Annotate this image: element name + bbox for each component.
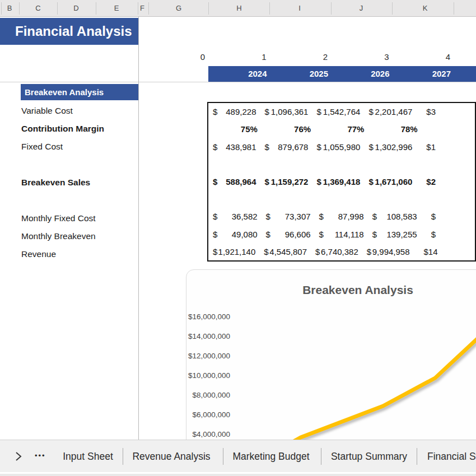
currency-symbol: $ [414, 247, 428, 256]
tab-startup-summary[interactable]: Startup Summary [331, 440, 407, 473]
sidebar-item-monthly-fixed-cost[interactable]: Monthly Fixed Cost [21, 212, 96, 225]
currency-symbol: $ [312, 177, 321, 186]
column-divider [454, 2, 454, 15]
table-cell[interactable] [422, 120, 475, 138]
sidebar-item-contribution-margin[interactable]: Contribution Margin [21, 123, 104, 135]
cell-value: 36,582 [232, 212, 262, 221]
cell-value: 49,080 [232, 230, 262, 239]
year-header-2024[interactable]: 2024 [208, 66, 270, 82]
tab-marketing-budget[interactable]: Marketing Budget [232, 440, 309, 473]
tab-input-sheet[interactable]: Input Sheet [63, 440, 113, 473]
currency-symbol: $ [311, 247, 320, 256]
currency-symbol: $ [208, 247, 217, 256]
table-cell[interactable]: $139,255 [368, 226, 421, 243]
table-cell[interactable]: $114,118 [315, 226, 368, 243]
table-cell[interactable]: 78% [368, 120, 421, 138]
sheet-nav-next-icon[interactable] [15, 451, 22, 462]
table-cell[interactable]: 77% [315, 120, 368, 138]
table-cell[interactable]: $4,545,807 [259, 243, 311, 260]
table-cell[interactable]: $1,302,996 [364, 138, 416, 155]
period-index-1[interactable]: 1 [208, 49, 270, 65]
cell-value: 114,118 [335, 230, 368, 239]
table-cell[interactable]: $14 [414, 243, 475, 260]
table-cell[interactable]: $87,998 [315, 208, 368, 225]
period-index-3[interactable]: 3 [331, 49, 393, 65]
table-cell[interactable] [422, 156, 475, 173]
table-cell[interactable] [368, 190, 421, 208]
column-header-F[interactable]: F [131, 0, 153, 17]
table-cell[interactable] [208, 190, 262, 208]
table-row-contribution-margin: 75% 76% 77% 78% [208, 120, 475, 138]
table-cell[interactable]: $6,740,382 [311, 243, 362, 260]
table-cell[interactable]: $1 [416, 138, 475, 155]
period-index-2[interactable]: 2 [270, 49, 332, 65]
column-header-J[interactable]: J [350, 0, 372, 17]
table-cell[interactable] [315, 156, 368, 173]
tab-revenue-analysis[interactable]: Revenue Analysis [132, 440, 210, 473]
table-cell[interactable] [368, 156, 421, 173]
cell-value: 6,740,382 [321, 247, 362, 256]
table-cell[interactable]: $3 [416, 103, 475, 120]
sidebar-item-breakeven-analysis[interactable]: Breakeven Analysis [21, 84, 138, 100]
sheet-list-icon[interactable]: ••• [35, 440, 46, 473]
sidebar-item-revenue[interactable]: Revenue [21, 248, 56, 260]
table-cell[interactable]: $489,228 [208, 103, 260, 120]
column-header-D[interactable]: D [65, 0, 87, 17]
column-header-K[interactable]: K [414, 0, 436, 17]
sidebar-item-variable-cost[interactable]: Variable Cost [21, 105, 73, 117]
period-index-0[interactable]: 0 [148, 49, 208, 65]
column-header-I[interactable]: I [288, 0, 311, 17]
table-cell[interactable]: $1,369,418 [312, 173, 364, 190]
column-header-E[interactable]: E [105, 0, 128, 17]
cell-value: 1,055,980 [323, 142, 365, 152]
column-header-G[interactable]: G [167, 0, 190, 17]
table-cell[interactable] [422, 190, 475, 208]
table-cell[interactable]: $1,159,272 [260, 173, 312, 190]
table-cell[interactable]: $588,964 [208, 173, 260, 190]
table-cell[interactable]: $96,606 [262, 226, 315, 243]
currency-symbol: $ [208, 177, 217, 186]
cell-value: 1,369,418 [323, 177, 365, 186]
table-cell[interactable]: $1,096,361 [260, 103, 312, 120]
table-cell[interactable] [262, 156, 315, 173]
table-cell[interactable]: $1,542,764 [312, 103, 364, 120]
column-divider [331, 2, 332, 15]
table-cell[interactable]: $108,583 [368, 208, 421, 225]
table-cell[interactable]: $2 [416, 173, 475, 190]
period-index-4[interactable]: 4 [393, 49, 454, 65]
sheet-tab-bar: ••• Input Sheet Revenue Analysis Marketi… [0, 440, 476, 472]
table-cell[interactable]: 75% [208, 120, 262, 138]
table-cell[interactable]: $879,678 [260, 138, 312, 155]
table-cell[interactable]: $ [421, 226, 475, 243]
table-cell[interactable]: $36,582 [208, 208, 262, 225]
table-cell[interactable]: $49,080 [208, 226, 262, 243]
table-cell[interactable] [315, 190, 368, 208]
table-cell[interactable]: 76% [262, 120, 315, 138]
table-cell[interactable]: $1,921,140 [208, 243, 259, 260]
currency-symbol: $ [208, 212, 217, 221]
table-cell[interactable]: $438,981 [208, 138, 260, 155]
sidebar-item-fixed-cost[interactable]: Fixed Cost [21, 141, 63, 153]
table-cell[interactable]: $ [421, 208, 475, 225]
sidebar-item-monthly-breakeven[interactable]: Monthly Breakeven [21, 230, 96, 242]
cell-value: 489,228 [226, 107, 260, 116]
table-cell[interactable]: $1,055,980 [312, 138, 364, 155]
year-header-2025[interactable]: 2025 [270, 66, 332, 82]
column-header-H[interactable]: H [228, 0, 250, 17]
year-header-2026[interactable]: 2026 [331, 66, 393, 82]
table-cell[interactable] [262, 190, 315, 208]
table-cell[interactable]: $2,201,467 [364, 103, 416, 120]
table-cell[interactable]: $73,307 [262, 208, 315, 225]
column-header-B[interactable]: B [0, 0, 21, 17]
tab-financial-statements[interactable]: Financial St [427, 440, 476, 473]
sidebar-item-breakeven-sales[interactable]: Breakeven Sales [21, 176, 90, 189]
tab-divider [417, 448, 417, 465]
cell-value: 96,606 [285, 230, 315, 239]
year-header-2027[interactable]: 2027 [393, 66, 454, 82]
column-header-C[interactable]: C [27, 0, 49, 17]
page-title[interactable]: Financial Analysis [0, 18, 138, 45]
table-cell[interactable] [208, 156, 262, 173]
table-cell[interactable]: $9,994,958 [362, 243, 414, 260]
cell-value: 1,671,060 [375, 177, 417, 186]
table-cell[interactable]: $1,671,060 [364, 173, 416, 190]
